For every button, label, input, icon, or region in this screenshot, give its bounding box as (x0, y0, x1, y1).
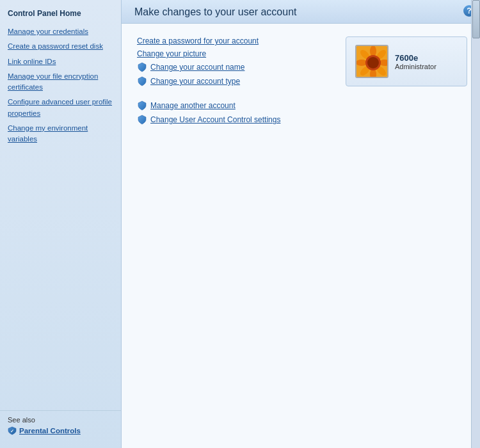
sidebar: Control Panel Home Manage your credentia… (0, 0, 122, 448)
create-password-link[interactable]: Create a password for your account (134, 36, 333, 45)
sidebar-item-environment-vars[interactable]: Change my environment variables (0, 121, 121, 147)
avatar-image (356, 46, 388, 78)
scrollbar[interactable] (471, 0, 480, 448)
shield-icon-uac (137, 115, 147, 125)
parental-controls-link[interactable]: ✓ Parental Controls (8, 426, 113, 435)
shield-icon: ✓ (8, 426, 17, 435)
main-title: Make changes to your user account (134, 6, 467, 18)
main-body: Create a password for your account Chang… (122, 24, 480, 141)
scrollbar-thumb[interactable] (472, 0, 480, 38)
manage-another-link[interactable]: Manage another account (134, 100, 333, 111)
see-also-label: See also (8, 416, 113, 424)
svg-point-11 (367, 57, 379, 68)
sidebar-item-advanced-profile[interactable]: Configure advanced user profile properti… (0, 95, 121, 121)
change-type-label: Change your account type (150, 77, 240, 86)
actions-panel: Create a password for your account Chang… (134, 36, 333, 129)
shield-icon-name (137, 62, 147, 72)
sidebar-bottom: See also ✓ Parental Controls (0, 410, 121, 443)
uac-settings-label: Change User Account Control settings (150, 115, 280, 124)
change-name-link[interactable]: Change your account name (134, 62, 333, 72)
user-info: 7600e Administrator (395, 53, 436, 70)
sidebar-title: Control Panel Home (0, 5, 121, 24)
change-name-label: Change your account name (150, 63, 244, 72)
user-role: Administrator (395, 63, 436, 70)
shield-icon-manage (137, 100, 147, 111)
change-type-link[interactable]: Change your account type (134, 76, 333, 86)
sidebar-item-manage-credentials[interactable]: Manage your credentials (0, 24, 121, 39)
svg-text:✓: ✓ (10, 429, 14, 433)
user-card: 7600e Administrator (346, 36, 467, 86)
manage-another-label: Manage another account (150, 101, 236, 110)
main-header: Make changes to your user account (122, 0, 480, 24)
sidebar-item-create-password-disk[interactable]: Create a password reset disk (0, 39, 121, 54)
sidebar-item-file-encryption[interactable]: Manage your file encryption certificates (0, 69, 121, 95)
shield-icon-type (137, 76, 147, 86)
username: 7600e (395, 53, 436, 63)
parental-controls-label: Parental Controls (19, 427, 81, 435)
user-avatar (355, 45, 388, 78)
main-content: Make changes to your user account Create… (122, 0, 480, 448)
uac-settings-link[interactable]: Change User Account Control settings (134, 115, 333, 125)
change-picture-link[interactable]: Change your picture (134, 49, 333, 58)
sidebar-item-link-online-ids[interactable]: Link online IDs (0, 54, 121, 69)
